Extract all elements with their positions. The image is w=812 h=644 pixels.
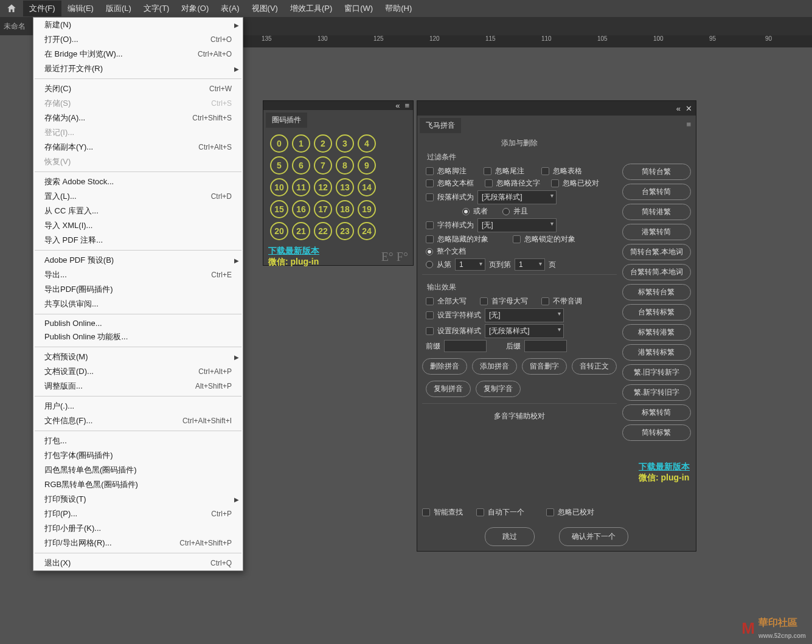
panel-menu-icon[interactable]: ≡	[404, 101, 409, 110]
skip-button[interactable]: 跳过	[485, 527, 535, 546]
menu-4[interactable]: 对象(O)	[175, 1, 215, 16]
file-menu-item[interactable]: 四色黑转单色黑(圈码插件)	[33, 463, 243, 477]
circled-number-1[interactable]: 1	[292, 134, 310, 153]
action-button[interactable]: 音转正文	[572, 358, 617, 375]
file-menu-item[interactable]: 导入 XML(I)...	[33, 218, 243, 233]
file-menu-item[interactable]: 存储为(A)...Ctrl+Shift+S	[33, 111, 243, 125]
circled-number-4[interactable]: 4	[358, 134, 376, 153]
convert-button[interactable]: 港繁转简	[622, 224, 691, 240]
chk-charstyle[interactable]	[426, 221, 434, 229]
convert-button[interactable]: 台繁转简	[622, 184, 691, 200]
circled-number-0[interactable]: 0	[270, 134, 288, 153]
file-menu-item[interactable]: 打包...	[33, 434, 243, 448]
chk-setchar[interactable]	[426, 311, 434, 319]
radio-wholedoc[interactable]	[426, 248, 433, 255]
file-menu-item[interactable]: 调整版面...Alt+Shift+P	[33, 379, 243, 393]
circled-number-18[interactable]: 18	[336, 200, 354, 218]
chk-table[interactable]	[541, 167, 549, 175]
chk-notone[interactable]	[541, 297, 549, 305]
convert-button[interactable]: 简转台繁	[622, 164, 691, 180]
radio-and[interactable]	[502, 208, 510, 215]
file-menu-item[interactable]: Adobe PDF 预设(B)▶	[33, 253, 243, 268]
set-para-select[interactable]: [无段落样式]	[485, 324, 564, 338]
chk-hidden[interactable]	[426, 235, 434, 243]
action-button[interactable]: 删除拼音	[422, 358, 467, 375]
circled-number-2[interactable]: 2	[314, 134, 332, 153]
convert-button[interactable]: 简转港繁	[622, 204, 691, 220]
panel-chevron-icon[interactable]: «	[395, 101, 400, 110]
menu-8[interactable]: 窗口(W)	[338, 1, 379, 16]
convert-button[interactable]: 简转标繁	[622, 424, 691, 441]
convert-button[interactable]: 台繁转简.本地词	[622, 264, 691, 280]
char-style-select[interactable]: [无]	[477, 218, 557, 232]
circled-number-22[interactable]: 22	[314, 222, 332, 240]
convert-button[interactable]: 简转台繁.本地词	[622, 244, 691, 260]
file-menu-item[interactable]: 置入(L)...Ctrl+D	[33, 189, 243, 204]
circled-number-14[interactable]: 14	[358, 178, 376, 196]
file-menu-item[interactable]: 共享以供审阅...	[33, 297, 243, 311]
convert-button[interactable]: 港繁转标繁	[622, 344, 691, 361]
menu-3[interactable]: 文字(T)	[137, 1, 176, 16]
panel-close-icon[interactable]: ✕	[685, 104, 692, 113]
file-menu-item[interactable]: 打印(P)...Ctrl+P	[33, 507, 243, 521]
menu-5[interactable]: 表(A)	[215, 1, 245, 16]
file-menu-item[interactable]: 新建(N)▶	[33, 18, 243, 32]
circled-number-9[interactable]: 9	[358, 156, 376, 175]
file-menu-item[interactable]: 用户(.)...	[33, 399, 243, 414]
file-menu-item[interactable]: 导出PDF(圈码插件)	[33, 282, 243, 297]
chk-autonext[interactable]	[476, 508, 484, 516]
file-menu-item[interactable]: 打印预设(T)▶	[33, 492, 243, 507]
circled-number-17[interactable]: 17	[314, 200, 332, 218]
file-menu-item[interactable]: 打印小册子(K)...	[33, 521, 243, 536]
chk-pathtext[interactable]	[485, 179, 493, 187]
circled-number-16[interactable]: 16	[292, 200, 310, 218]
convert-button[interactable]: 繁.新字转旧字	[622, 384, 691, 401]
download-link[interactable]: 下载最新版本	[268, 246, 319, 255]
chk-proofed[interactable]	[551, 179, 559, 187]
convert-button[interactable]: 标繁转港繁	[622, 324, 691, 341]
chk-smartfind[interactable]	[422, 508, 430, 516]
convert-button[interactable]: 台繁转标繁	[622, 304, 691, 320]
circled-number-21[interactable]: 21	[292, 222, 310, 240]
circled-number-24[interactable]: 24	[358, 222, 376, 240]
file-menu-item[interactable]: 从 CC 库置入...	[33, 204, 243, 218]
prefix-input[interactable]	[444, 340, 487, 352]
page-to[interactable]: 1	[515, 258, 545, 271]
action-button[interactable]: 添加拼音	[472, 358, 517, 375]
chk-allcaps[interactable]	[426, 297, 434, 305]
menu-2[interactable]: 版面(L)	[100, 1, 137, 16]
file-menu-item[interactable]: Publish Online 功能板...	[33, 330, 243, 344]
circled-number-7[interactable]: 7	[314, 156, 332, 175]
panel-chevron-icon[interactable]: «	[676, 104, 681, 113]
file-menu-item[interactable]: 导出...Ctrl+E	[33, 268, 243, 282]
file-menu-item[interactable]: 文档预设(M)▶	[33, 350, 243, 364]
file-menu-item[interactable]: 文档设置(D)...Ctrl+Alt+P	[33, 364, 243, 379]
circled-number-11[interactable]: 11	[292, 178, 310, 196]
circled-number-15[interactable]: 15	[270, 200, 288, 218]
file-menu-item[interactable]: 存储副本(Y)...Ctrl+Alt+S	[33, 140, 243, 154]
circled-number-23[interactable]: 23	[336, 222, 354, 240]
circled-number-13[interactable]: 13	[336, 178, 354, 196]
chk-initcaps[interactable]	[480, 297, 488, 305]
home-icon[interactable]	[6, 3, 17, 14]
page-from[interactable]: 1	[455, 258, 485, 271]
convert-button[interactable]: 标繁转台繁	[622, 284, 691, 300]
chk-textbox[interactable]	[426, 179, 434, 187]
panel-tab[interactable]: 圈码插件	[266, 113, 307, 128]
panel-menu-icon[interactable]: ≡	[686, 120, 696, 129]
file-menu-item[interactable]: 在 Bridge 中浏览(W)...Ctrl+Alt+O	[33, 47, 243, 61]
circled-number-12[interactable]: 12	[314, 178, 332, 196]
circled-number-10[interactable]: 10	[270, 178, 288, 196]
suffix-input[interactable]	[524, 340, 567, 352]
chk-locked[interactable]	[513, 235, 521, 243]
file-menu-item[interactable]: Publish Online...	[33, 317, 243, 330]
circled-number-5[interactable]: 5	[270, 156, 288, 175]
set-char-select[interactable]: [无]	[485, 308, 564, 322]
file-menu-item[interactable]: 关闭(C)Ctrl+W	[33, 81, 243, 96]
download-link[interactable]: 下载最新版本	[639, 462, 690, 471]
circled-number-3[interactable]: 3	[336, 134, 354, 153]
circled-number-19[interactable]: 19	[358, 200, 376, 218]
file-menu-item[interactable]: RGB黑转单色黑(圈码插件)	[33, 477, 243, 492]
convert-button[interactable]: 繁.旧字转新字	[622, 364, 691, 381]
action-button[interactable]: 复制字音	[476, 381, 521, 397]
